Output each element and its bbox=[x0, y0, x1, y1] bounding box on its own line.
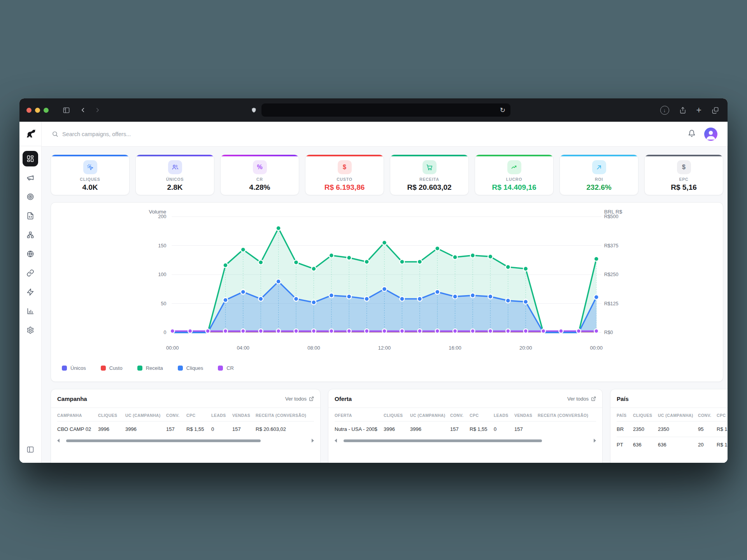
panel-collapse-icon[interactable] bbox=[23, 442, 38, 457]
svg-text:R$0: R$0 bbox=[604, 330, 613, 335]
table-card-pais: PaísPAÍSCLIQUESUC (CAMPANHA)CONV.CPCLEAD… bbox=[610, 389, 728, 463]
minimize-button[interactable] bbox=[35, 108, 40, 113]
column-header: LEADS bbox=[494, 408, 514, 422]
legend-item-únicos[interactable]: Únicos bbox=[62, 365, 86, 371]
downloads-icon[interactable]: ↓ bbox=[660, 106, 669, 115]
sidebar-item-campaigns[interactable] bbox=[23, 170, 38, 186]
kpi-value: 2.8K bbox=[136, 183, 214, 192]
dollar-icon: $ bbox=[677, 160, 691, 174]
svg-text:16:00: 16:00 bbox=[449, 345, 461, 351]
kpi-label: CR bbox=[221, 177, 299, 182]
legend-item-custo[interactable]: Custo bbox=[101, 365, 123, 371]
table-cell: 157 bbox=[450, 422, 470, 437]
table-title: País bbox=[617, 396, 629, 402]
table-card-oferta: OfertaVer todosOFERTACLIQUESUC (CAMPANHA… bbox=[328, 389, 603, 463]
scrollbar-track[interactable] bbox=[62, 439, 309, 442]
kpi-label: CUSTO bbox=[305, 177, 384, 182]
privacy-shield-icon[interactable] bbox=[251, 107, 257, 114]
zoom-button[interactable] bbox=[44, 108, 49, 113]
table-cell: R$ 1,55 bbox=[186, 422, 211, 437]
users-icon bbox=[168, 160, 182, 174]
forward-icon[interactable] bbox=[94, 107, 101, 114]
column-header: CLIQUES bbox=[98, 408, 125, 422]
legend-label: Custo bbox=[109, 365, 123, 371]
scroll-right-icon[interactable] bbox=[312, 439, 314, 443]
kpi-value: R$ 6.193,86 bbox=[305, 183, 384, 192]
legend-label: Únicos bbox=[70, 365, 86, 371]
column-header: CPC bbox=[186, 408, 211, 422]
sidebar-item-reports[interactable] bbox=[23, 303, 38, 319]
legend-swatch bbox=[178, 366, 183, 371]
sidebar-item-landers[interactable] bbox=[23, 208, 38, 224]
sidebar-item-flows[interactable] bbox=[23, 227, 38, 243]
url-bar[interactable]: ↻ bbox=[261, 103, 510, 117]
legend-item-cr[interactable]: CR bbox=[218, 365, 234, 371]
column-header: CLIQUES bbox=[384, 408, 410, 422]
sidebar-item-dashboard[interactable] bbox=[23, 151, 38, 166]
kpi-value: R$ 20.603,02 bbox=[390, 183, 468, 192]
table-cell: BR bbox=[617, 422, 633, 437]
kpi-card-receita: RECEITAR$ 20.603,02 bbox=[390, 154, 469, 195]
horizontal-scrollbar[interactable] bbox=[335, 438, 596, 443]
back-icon[interactable] bbox=[79, 107, 86, 114]
kpi-value: 4.28% bbox=[221, 183, 299, 192]
scrollbar-thumb[interactable] bbox=[66, 439, 261, 442]
kpi-card-cr: %CR4.28% bbox=[220, 154, 299, 195]
sidebar-toggle-icon[interactable] bbox=[63, 107, 70, 114]
svg-text:R$250: R$250 bbox=[604, 272, 619, 277]
table-title: Campanha bbox=[57, 396, 87, 402]
scroll-left-icon[interactable] bbox=[335, 439, 337, 443]
kpi-label: RECEITA bbox=[390, 177, 468, 182]
kpi-card-únicos: ÚNICOS2.8K bbox=[135, 154, 214, 195]
sidebar-item-domains[interactable] bbox=[23, 246, 38, 262]
ver-todos-link[interactable]: Ver todos bbox=[567, 396, 596, 402]
scroll-left-icon[interactable] bbox=[57, 439, 60, 443]
table-cell: 20 bbox=[698, 437, 717, 453]
table-cell: 2350 bbox=[658, 422, 698, 437]
ver-todos-link[interactable]: Ver todos bbox=[285, 396, 314, 402]
sidebar-item-offers[interactable] bbox=[23, 189, 38, 205]
close-button[interactable] bbox=[26, 108, 32, 113]
sidebar-item-settings[interactable] bbox=[23, 322, 38, 338]
share-icon[interactable] bbox=[679, 107, 686, 114]
reload-icon[interactable]: ↻ bbox=[497, 105, 508, 116]
table-row: BR2350235095R$ 1,55095R$ 9.288,09 bbox=[617, 422, 728, 437]
sidebar-item-links[interactable] bbox=[23, 265, 38, 281]
dog-logo[interactable] bbox=[19, 122, 41, 146]
svg-text:00:00: 00:00 bbox=[590, 345, 603, 351]
avatar[interactable] bbox=[704, 128, 717, 141]
new-tab-icon[interactable]: + bbox=[696, 106, 701, 115]
scroll-right-icon[interactable] bbox=[594, 439, 596, 443]
breakdown-tables: CampanhaVer todosCAMPANHACLIQUESUC (CAMP… bbox=[51, 389, 723, 463]
kpi-accent-strip bbox=[390, 155, 468, 156]
url-input[interactable] bbox=[261, 103, 510, 117]
table-cell: R$ 1,55 bbox=[717, 422, 728, 437]
svg-text:R$500: R$500 bbox=[604, 214, 619, 219]
table-cell: 3996 bbox=[410, 422, 450, 437]
legend-item-cliques[interactable]: Cliques bbox=[178, 365, 203, 371]
column-header: RECEITA (CONVERSÃO) bbox=[256, 408, 314, 422]
sidebar-item-integrations[interactable] bbox=[23, 284, 38, 300]
horizontal-scrollbar[interactable] bbox=[57, 438, 314, 443]
kpi-accent-strip bbox=[560, 155, 638, 156]
column-header: RECEITA (CONVERSÃO) bbox=[538, 408, 596, 422]
external-link-icon bbox=[591, 396, 596, 401]
search-input[interactable] bbox=[62, 131, 226, 137]
table-cell: Nutra - USA - 200$ bbox=[335, 422, 384, 437]
kpi-accent-strip bbox=[475, 155, 553, 156]
tab-overview-icon[interactable] bbox=[712, 107, 719, 114]
scrollbar-thumb[interactable] bbox=[344, 439, 542, 442]
table-cell: 2350 bbox=[633, 422, 658, 437]
bell-icon[interactable] bbox=[688, 130, 696, 138]
traffic-lights bbox=[26, 108, 49, 113]
kpi-value: 232.6% bbox=[560, 183, 638, 192]
kpi-label: ROI bbox=[560, 177, 638, 182]
svg-text:150: 150 bbox=[158, 243, 167, 248]
scrollbar-track[interactable] bbox=[340, 439, 591, 442]
search-icon bbox=[52, 131, 58, 137]
svg-text:R$125: R$125 bbox=[604, 301, 619, 306]
table-cell: 157 bbox=[166, 422, 186, 437]
table-cell: 157 bbox=[514, 422, 538, 437]
legend-item-receita[interactable]: Receita bbox=[137, 365, 163, 371]
table-cell: 636 bbox=[633, 437, 658, 453]
